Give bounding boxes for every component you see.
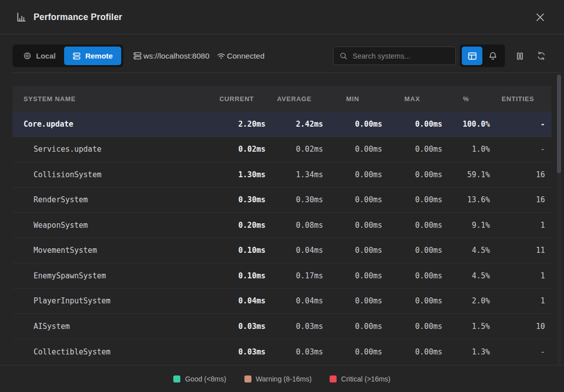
cell-system-name: CollectibleSystem: [13, 347, 208, 356]
cell-current: 0.20ms: [208, 221, 265, 230]
server-icon: [73, 52, 81, 60]
cell-min: 0.00ms: [323, 170, 382, 179]
cell-max: 0.00ms: [382, 195, 442, 204]
cell-max: 0.00ms: [382, 145, 442, 154]
cell-min: 0.00ms: [323, 296, 382, 305]
cell-entities: 1: [491, 271, 551, 280]
cell-percent: 4.5%: [442, 246, 491, 255]
column-header-entities: ENTITIES: [491, 95, 551, 103]
cell-percent: 1.0%: [442, 145, 491, 154]
table-view-button[interactable]: [462, 47, 482, 65]
remote-tab-button[interactable]: Remote: [64, 47, 121, 65]
table-row[interactable]: AISystem 0.03ms 0.03ms 0.00ms 0.00ms 1.5…: [13, 314, 551, 339]
local-tab-button[interactable]: Local: [15, 47, 64, 65]
table-body: Core.update 2.20ms 2.42ms 0.00ms 0.00ms …: [13, 112, 551, 364]
cell-min: 0.00ms: [323, 221, 382, 230]
cell-system-name: CollisionSystem: [13, 170, 208, 179]
cell-entities: 1: [491, 221, 551, 230]
cell-average: 0.30ms: [265, 195, 323, 204]
column-header-min: MIN: [323, 95, 382, 103]
scrollbar-thumb[interactable]: [557, 75, 561, 173]
title-bar: Performance Profiler: [0, 0, 564, 35]
server-icon: [133, 52, 142, 60]
cell-max: 0.00ms: [382, 322, 442, 331]
cell-current: 0.04ms: [208, 296, 265, 305]
legend-item: Warning (8-16ms): [244, 375, 312, 383]
table-row[interactable]: WeaponSystem 0.20ms 0.08ms 0.00ms 0.00ms…: [13, 213, 551, 238]
legend-label: Good (<8ms): [185, 375, 226, 383]
local-label: Local: [36, 52, 56, 60]
cell-min: 0.00ms: [323, 322, 382, 331]
cell-min: 0.00ms: [323, 271, 382, 280]
toolbar: Local Remote: [13, 45, 548, 67]
bar-chart-icon: [16, 12, 27, 23]
column-header-average: AVERAGE: [265, 95, 323, 103]
table-row[interactable]: RenderSystem 0.30ms 0.30ms 0.00ms 0.00ms…: [13, 188, 551, 213]
cell-current: 0.10ms: [208, 271, 265, 280]
table-row[interactable]: PlayerInputSystem 0.04ms 0.04ms 0.00ms 0…: [13, 289, 551, 314]
cell-average: 0.02ms: [265, 145, 323, 154]
cell-min: 0.00ms: [323, 120, 382, 129]
table-row[interactable]: CollisionSystem 1.30ms 1.34ms 0.00ms 0.0…: [13, 162, 551, 188]
legend-item: Critical (>16ms): [330, 375, 390, 383]
cell-percent: 9.1%: [442, 221, 491, 230]
legend-swatch: [244, 375, 251, 382]
cell-current: 1.30ms: [208, 170, 265, 179]
cell-entities: 16: [491, 195, 551, 204]
table-row[interactable]: EnemySpawnSystem 0.10ms 0.17ms 0.00ms 0.…: [13, 263, 551, 289]
cell-entities: 16: [491, 170, 551, 179]
cell-system-name: EnemySpawnSystem: [13, 271, 208, 280]
cell-current: 0.10ms: [208, 246, 265, 255]
cell-entities: -: [491, 145, 551, 154]
cell-system-name: WeaponSystem: [13, 221, 208, 230]
cell-max: 0.00ms: [382, 221, 442, 230]
cell-entities: 11: [491, 246, 551, 255]
cell-max: 0.00ms: [382, 170, 442, 179]
close-button[interactable]: [534, 12, 546, 23]
table-top-divider: [13, 73, 561, 73]
legend-swatch: [330, 375, 337, 382]
cell-current: 0.03ms: [208, 322, 265, 331]
cell-average: 0.03ms: [265, 347, 323, 356]
cell-system-name: MovementSystem: [13, 246, 208, 255]
cell-entities: 10: [491, 322, 551, 331]
cell-system-name: RenderSystem: [13, 195, 208, 204]
legend: Good (<8ms) Warning (8-16ms) Critical (>…: [0, 365, 564, 392]
alerts-button[interactable]: [482, 47, 503, 65]
cell-percent: 1.3%: [442, 347, 491, 356]
table-row[interactable]: Services.update 0.02ms 0.02ms 0.00ms 0.0…: [13, 137, 551, 163]
cell-system-name: PlayerInputSystem: [13, 296, 208, 305]
cell-average: 1.34ms: [265, 170, 323, 179]
legend-swatch: [173, 375, 180, 382]
cell-max: 0.00ms: [382, 120, 442, 129]
cell-percent: 100.0%: [442, 120, 491, 129]
refresh-icon: [536, 51, 546, 61]
cell-entities: -: [491, 120, 551, 129]
bell-icon: [488, 52, 497, 61]
legend-item: Good (<8ms): [173, 375, 226, 383]
close-icon: [535, 13, 545, 22]
refresh-button[interactable]: [534, 49, 548, 63]
cell-min: 0.00ms: [323, 145, 382, 154]
wifi-icon: [217, 52, 225, 60]
cell-entities: 1: [491, 296, 551, 305]
cell-system-name: AISystem: [13, 322, 208, 331]
table-row[interactable]: Core.update 2.20ms 2.42ms 0.00ms 0.00ms …: [13, 112, 551, 137]
cell-current: 0.02ms: [208, 145, 265, 154]
cell-min: 0.00ms: [323, 347, 382, 356]
column-header-current: CURRENT: [208, 95, 265, 103]
connection-info: ws://localhost:8080 Connected: [133, 52, 264, 61]
search-input[interactable]: [353, 52, 449, 60]
cell-average: 0.04ms: [265, 246, 323, 255]
table-row[interactable]: CollectibleSystem 0.03ms 0.03ms 0.00ms 0…: [13, 339, 551, 365]
pause-icon: [515, 51, 525, 61]
pause-button[interactable]: [513, 49, 527, 63]
cell-entities: -: [491, 347, 551, 356]
legend-label: Critical (>16ms): [341, 375, 390, 383]
page-title: Performance Profiler: [34, 12, 122, 23]
cell-max: 0.00ms: [382, 347, 442, 356]
cell-min: 0.00ms: [323, 246, 382, 255]
column-header-max: MAX: [382, 95, 442, 103]
cell-average: 0.04ms: [265, 296, 323, 305]
table-row[interactable]: MovementSystem 0.10ms 0.04ms 0.00ms 0.00…: [13, 238, 551, 264]
